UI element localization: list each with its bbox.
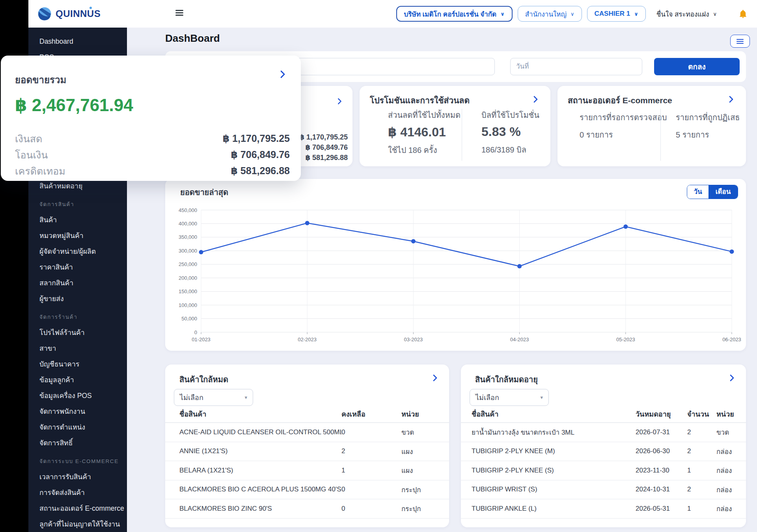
menu-toggle-icon[interactable] bbox=[175, 10, 183, 16]
submit-button[interactable]: ตกลง bbox=[654, 58, 740, 75]
payment-label: เงินสด bbox=[15, 131, 42, 147]
chevron-right-icon[interactable] bbox=[531, 95, 540, 104]
cashier-selector[interactable]: CASHIER 1 ∨ bbox=[587, 6, 646, 22]
svg-text:150,000: 150,000 bbox=[179, 288, 197, 294]
caret-down-icon: ▾ bbox=[244, 394, 247, 400]
brand-logo: QUINNUS bbox=[37, 6, 101, 21]
hamburger-icon bbox=[736, 39, 744, 40]
table-cell: 1 bbox=[687, 467, 716, 474]
table-row: TUBIGRIP 2-PLY KNEE (M)2026-06-302กล่อง bbox=[461, 442, 746, 461]
branch-selector[interactable]: สำนักงานใหญ่ ∨ bbox=[518, 6, 582, 22]
column-header: หน่วย bbox=[401, 408, 441, 420]
table-cell: ACNE-AID LIQUID CLEANSER OIL-CONTROL 500… bbox=[179, 428, 341, 436]
svg-text:0: 0 bbox=[194, 329, 197, 335]
select-value: ไม่เลือก bbox=[475, 392, 540, 403]
svg-text:350,000: 350,000 bbox=[179, 234, 197, 240]
table-cell: TUBIGRIP ANKLE (L) bbox=[472, 505, 636, 513]
sidebar-item[interactable]: สาขา bbox=[28, 340, 127, 356]
svg-text:100,000: 100,000 bbox=[179, 302, 197, 308]
sales-line-chart: 050,000100,000150,000200,000250,000300,0… bbox=[165, 179, 746, 351]
table-row: TUBIGRIP 2-PLY KNEE (S)2023-11-301กล่อง bbox=[461, 461, 746, 480]
card-title: โปรโมชันและการใช้ส่วนลด bbox=[370, 94, 470, 107]
svg-text:06-2023: 06-2023 bbox=[722, 337, 741, 342]
sidebar-section-label: จัดการสินค้า bbox=[28, 196, 127, 212]
toggle-month-button[interactable]: เดือน bbox=[709, 185, 738, 199]
ecommerce-columns: รายการที่รอการตรวจสอบ 0 รายการ รายการที่… bbox=[557, 109, 746, 161]
chart-period-toggle: วัน เดือน bbox=[687, 185, 738, 199]
sidebar-item[interactable]: โปรไฟล์ร้านค้า bbox=[28, 325, 127, 340]
chevron-down-icon: ∨ bbox=[500, 11, 505, 17]
table-row: ACNE-AID LIQUID CLEANSER OIL-CONTROL 500… bbox=[165, 423, 449, 442]
sidebar-item[interactable]: ราคาสินค้า bbox=[28, 259, 127, 275]
near-expiry-card: สินค้าใกล้หมดอายุ ไม่เลือก ▾ ชื่อสินค้าว… bbox=[461, 365, 746, 527]
svg-text:450,000: 450,000 bbox=[179, 207, 197, 213]
chevron-right-icon[interactable] bbox=[277, 69, 288, 80]
sidebar-item[interactable]: ข้อมูลลูกค้า bbox=[28, 372, 127, 388]
chevron-down-icon: ∨ bbox=[713, 11, 717, 17]
ecommerce-status-card: สถานะออเดอร์ E-commerce รายการที่รอการตร… bbox=[557, 86, 746, 166]
card-title: สินค้าใกล้หมด bbox=[179, 373, 228, 386]
svg-text:04-2023: 04-2023 bbox=[510, 337, 529, 342]
svg-text:01-2023: 01-2023 bbox=[192, 337, 211, 342]
sidebar-item[interactable]: จัดการตำแหน่ง bbox=[28, 419, 127, 435]
table-cell: กล่อง bbox=[716, 484, 740, 495]
sidebar-item[interactable]: สลากสินค้า bbox=[28, 275, 127, 291]
sidebar-item[interactable]: จัดการสิทธิ์ bbox=[28, 435, 127, 451]
card-title: ยอดขายล่าสุด bbox=[180, 186, 228, 199]
table-cell: BLACKMORES BIO C ACEROLA PLUS 1500MG 40'… bbox=[179, 485, 341, 493]
user-menu[interactable]: ชื่นใจ สระทองแฝง ∨ bbox=[656, 9, 717, 19]
table-row: BLACKMORES BIO C ACEROLA PLUS 1500MG 40'… bbox=[165, 480, 449, 500]
chevron-right-icon[interactable] bbox=[430, 373, 440, 383]
brand-part: U bbox=[87, 8, 94, 19]
low-stock-filter-select[interactable]: ไม่เลือก ▾ bbox=[174, 389, 253, 406]
chevron-right-icon[interactable] bbox=[726, 95, 736, 104]
payment-value: ฿ 581,296.88 bbox=[299, 153, 348, 163]
svg-text:250,000: 250,000 bbox=[179, 261, 197, 267]
metric-value: 5.83 % bbox=[481, 125, 550, 139]
sidebar-item[interactable]: จัดการพนักงาน bbox=[28, 404, 127, 419]
table-cell: แผง bbox=[401, 446, 441, 457]
sidebar-item[interactable]: บัญชีธนาคาร bbox=[28, 356, 127, 372]
sidebar-item[interactable]: เวลาการรับสินค้า bbox=[28, 469, 127, 485]
near-expiry-filter-select[interactable]: ไม่เลือก ▾ bbox=[470, 389, 549, 406]
chevron-right-icon[interactable] bbox=[335, 97, 344, 106]
payment-breakdown-row: เงินสด฿ 1,170,795.25 bbox=[15, 130, 290, 147]
sidebar-item[interactable]: Dashboard bbox=[28, 33, 127, 49]
table-cell: 2 bbox=[687, 447, 716, 455]
discount-metric: ส่วนลดที่ใช้ไปทั้งหมด ฿ 4146.01 ใช้ไป 18… bbox=[360, 109, 462, 161]
chevron-right-icon[interactable] bbox=[727, 373, 736, 383]
sidebar-item[interactable]: หมวดหมู่สินค้า bbox=[28, 228, 127, 244]
metric-label: รายการที่ถูกปฏิเสธ bbox=[676, 111, 746, 124]
sidebar-item[interactable]: ผู้ขายส่ง bbox=[28, 291, 127, 307]
sidebar-item[interactable]: ผู้จัดจำหน่าย/ผู้ผลิต bbox=[28, 244, 127, 259]
sidebar-item[interactable]: สถานะออเดอร์ E-commerce bbox=[28, 500, 127, 516]
sidebar-item[interactable]: การจัดส่งสินค้า bbox=[28, 485, 127, 500]
table-cell: TUBIGRIP 2-PLY KNEE (S) bbox=[472, 467, 636, 474]
sidebar-item[interactable]: ข้อมูลเครื่อง POS bbox=[28, 388, 127, 404]
pending-orders-metric: รายการที่รอการตรวจสอบ 0 รายการ bbox=[557, 109, 660, 161]
table-cell: 1 bbox=[341, 467, 401, 474]
svg-text:02-2023: 02-2023 bbox=[298, 337, 317, 342]
sidebar-item[interactable]: สินค้า bbox=[28, 212, 127, 228]
payment-value: ฿ 1,170,795.25 bbox=[223, 133, 290, 144]
table-cell: BLACKMORES BIO ZINC 90'S bbox=[179, 505, 341, 513]
low-stock-table: ชื่อสินค้าคงเหลือหน่วย ACNE-AID LIQUID C… bbox=[165, 405, 449, 519]
sidebar-item[interactable]: ลูกค้าที่ไม่อนุญาตให้ใช้งาน bbox=[28, 516, 127, 532]
table-row: BLACKMORES BIO ZINC 90'S0กระปุก bbox=[165, 499, 449, 519]
table-cell: กล่อง bbox=[716, 503, 740, 514]
table-cell: กล่อง bbox=[716, 446, 740, 457]
svg-text:05-2023: 05-2023 bbox=[616, 337, 635, 342]
table-cell: 2026-05-31 bbox=[636, 505, 687, 513]
toggle-day-button[interactable]: วัน bbox=[687, 185, 709, 199]
column-header: คงเหลือ bbox=[341, 408, 401, 420]
notification-bell-icon[interactable] bbox=[738, 9, 748, 19]
branch-selector-label: สำนักงานใหญ่ bbox=[525, 9, 567, 19]
company-selector[interactable]: บริษัท เมดิโก คอร์ปอเรชั่น จำกัด ∨ bbox=[396, 6, 513, 22]
metric-value: 5 รายการ bbox=[676, 128, 746, 141]
table-cell: 2026-06-30 bbox=[636, 447, 687, 455]
table-cell: แผง bbox=[401, 465, 441, 476]
date-input[interactable] bbox=[510, 58, 642, 75]
svg-text:200,000: 200,000 bbox=[179, 275, 197, 281]
dashboard-layout-button[interactable] bbox=[730, 35, 750, 48]
table-cell: TUBIGRIP WRIST (S) bbox=[472, 485, 636, 493]
